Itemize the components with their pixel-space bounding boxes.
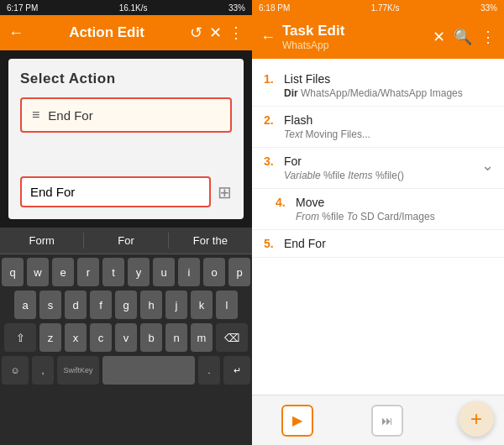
- key-r[interactable]: r: [77, 258, 99, 286]
- key-f[interactable]: f: [90, 291, 112, 319]
- task-content-5: End For: [284, 237, 492, 250]
- key-q[interactable]: q: [2, 258, 24, 286]
- task-name-4: Move: [296, 196, 492, 209]
- task-detail-4: From %file To SD Card/Images: [296, 211, 492, 222]
- key-c[interactable]: c: [90, 323, 112, 352]
- key-shift[interactable]: ⇧: [4, 323, 36, 352]
- task-item-header-3: 3. For Variable %file Items %file() ⌄: [264, 154, 492, 181]
- end-for-list-label: End For: [48, 108, 92, 123]
- undo-icon[interactable]: ↺: [190, 24, 202, 42]
- suggestion-for-the[interactable]: For the: [169, 233, 252, 249]
- right-panel: 6:18 PM 1.77K/s 33% ← Task Edit WhatsApp…: [252, 0, 504, 445]
- key-d[interactable]: d: [65, 291, 87, 319]
- task-item-3[interactable]: 3. For Variable %file Items %file() ⌄: [252, 148, 504, 189]
- end-for-list-item[interactable]: ≡ End For: [20, 97, 232, 133]
- key-l[interactable]: l: [216, 291, 238, 319]
- chevron-down-icon[interactable]: ⌄: [481, 156, 494, 175]
- task-content-4: Move From %file To SD Card/Images: [296, 196, 492, 222]
- task-edit-title: Task Edit: [282, 23, 426, 39]
- task-number-3: 3.: [264, 154, 279, 168]
- key-u[interactable]: u: [153, 258, 175, 286]
- list-icon: ≡: [32, 107, 39, 123]
- right-close-icon[interactable]: ✕: [433, 28, 445, 46]
- task-content-3: For Variable %file Items %file(): [284, 154, 492, 181]
- key-row-2: a s d f g h j k l: [2, 291, 250, 319]
- step-button[interactable]: ⏭: [371, 405, 403, 437]
- task-content-2: Flash Text Moving Files...: [284, 113, 492, 140]
- key-y[interactable]: y: [128, 258, 150, 286]
- key-x[interactable]: x: [65, 323, 87, 352]
- key-i[interactable]: i: [178, 258, 200, 286]
- key-backspace[interactable]: ⌫: [216, 323, 248, 352]
- left-time: 6:17 PM: [7, 3, 38, 13]
- right-status-bar: 6:18 PM 1.77K/s 33%: [252, 0, 504, 15]
- dialog-title: Select Action: [20, 71, 232, 87]
- right-back-icon[interactable]: ←: [260, 29, 276, 46]
- key-s[interactable]: s: [39, 291, 61, 319]
- key-e[interactable]: e: [52, 258, 74, 286]
- task-item-header-5: 5. End For: [264, 237, 492, 250]
- back-icon[interactable]: ←: [8, 24, 24, 42]
- key-m[interactable]: m: [191, 323, 213, 352]
- suggestion-form[interactable]: Form: [0, 233, 84, 249]
- key-z[interactable]: z: [39, 323, 61, 352]
- key-a[interactable]: a: [14, 291, 36, 319]
- right-time: 6:18 PM: [259, 3, 290, 13]
- task-item-header-1: 1. List Files Dir WhatsApp/Media/WhatsAp…: [264, 72, 492, 99]
- left-network: 16.1K/s: [119, 3, 148, 13]
- right-bottom-bar: ▶ ⏭ ⊞ +: [252, 395, 504, 445]
- key-j[interactable]: j: [165, 291, 187, 319]
- right-network: 1.77K/s: [371, 3, 400, 13]
- key-h[interactable]: h: [140, 291, 162, 319]
- dialog-spacer: [20, 143, 232, 176]
- key-emoji[interactable]: ☺: [2, 356, 29, 385]
- key-n[interactable]: n: [165, 323, 187, 352]
- task-number-4: 4.: [276, 196, 291, 209]
- fab-button[interactable]: +: [459, 401, 494, 437]
- right-toolbar: ← Task Edit WhatsApp ✕ 🔍 ⋮: [252, 15, 504, 59]
- key-space[interactable]: [102, 356, 195, 385]
- play-button[interactable]: ▶: [281, 405, 313, 437]
- key-period[interactable]: .: [198, 356, 220, 385]
- action-search-input[interactable]: [20, 176, 211, 207]
- right-toolbar-icons: ✕ 🔍 ⋮: [433, 28, 496, 46]
- key-enter[interactable]: ↵: [223, 356, 250, 385]
- task-name-3: For: [284, 154, 492, 168]
- task-name-1: List Files: [284, 72, 492, 86]
- right-search-icon[interactable]: 🔍: [454, 28, 472, 46]
- key-b[interactable]: b: [140, 323, 162, 352]
- key-k[interactable]: k: [191, 291, 213, 319]
- key-w[interactable]: w: [27, 258, 49, 286]
- task-name-5: End For: [284, 237, 492, 250]
- key-row-3: ⇧ z x c v b n m ⌫: [2, 323, 250, 352]
- task-item-header-4: 4. Move From %file To SD Card/Images: [276, 196, 492, 222]
- step-icon: ⏭: [381, 414, 393, 427]
- key-row-1: q w e r t y u i o p: [2, 258, 250, 286]
- task-item-5[interactable]: 5. End For: [252, 230, 504, 258]
- task-number-2: 2.: [264, 113, 279, 127]
- play-icon: ▶: [292, 412, 302, 428]
- grid-icon[interactable]: ⊞: [218, 182, 232, 202]
- suggestion-for[interactable]: For: [84, 233, 168, 249]
- key-row-4: ☺ , SwiftKey . ↵: [2, 356, 250, 385]
- right-more-icon[interactable]: ⋮: [480, 28, 496, 46]
- key-p[interactable]: p: [228, 258, 250, 286]
- key-t[interactable]: t: [102, 258, 124, 286]
- key-v[interactable]: v: [115, 323, 137, 352]
- more-icon[interactable]: ⋮: [228, 24, 244, 42]
- keyboard-rows: q w e r t y u i o p a s d f g h j k l: [0, 254, 252, 392]
- keyboard-area: Form For For the q w e r t y u i o p a s…: [0, 228, 252, 445]
- task-item-2[interactable]: 2. Flash Text Moving Files...: [252, 107, 504, 148]
- task-list: 1. List Files Dir WhatsApp/Media/WhatsAp…: [252, 59, 504, 395]
- key-g[interactable]: g: [115, 291, 137, 319]
- left-battery: 33%: [228, 3, 245, 13]
- task-detail-3: Variable %file Items %file(): [284, 170, 492, 181]
- key-comma[interactable]: ,: [32, 356, 54, 385]
- close-icon[interactable]: ✕: [209, 24, 222, 42]
- dialog-input-row: ⊞: [20, 176, 232, 207]
- task-item-1[interactable]: 1. List Files Dir WhatsApp/Media/WhatsAp…: [252, 65, 504, 107]
- task-item-4[interactable]: 4. Move From %file To SD Card/Images: [252, 189, 504, 230]
- key-o[interactable]: o: [203, 258, 225, 286]
- task-content-1: List Files Dir WhatsApp/Media/WhatsApp I…: [284, 72, 492, 99]
- left-toolbar: ← Action Edit ↺ ✕ ⋮: [0, 15, 252, 50]
